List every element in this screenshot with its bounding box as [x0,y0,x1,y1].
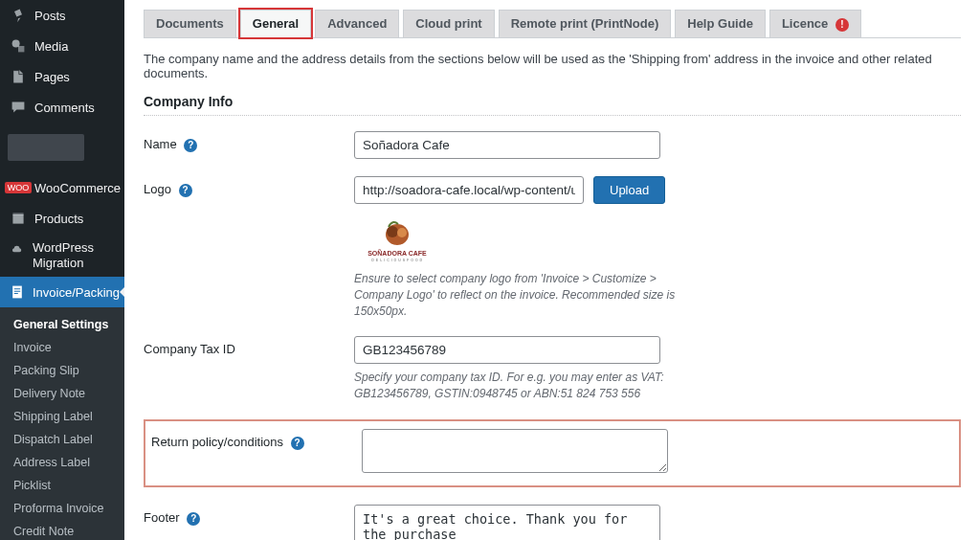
sidebar-item-label: WooCommerce [34,181,121,195]
intro-text: The company name and the address details… [144,52,961,80]
label-tax-id: Company Tax ID [144,336,354,356]
sidebar-item-media[interactable]: Media [0,31,124,61]
sidebar-item-migration[interactable]: WordPress Migration [0,234,124,277]
sidebar-item-label: Comments [34,101,95,115]
sidebar-item-label: Media [34,39,68,54]
sidebar-placeholder [8,134,84,161]
sidebar-submenu: General Settings Invoice Packing Slip De… [0,307,124,540]
tab-label: Licence [782,16,828,31]
tab-help-guide[interactable]: Help Guide [675,10,766,37]
textarea-footer[interactable] [354,505,660,540]
upload-button[interactable]: Upload [593,176,665,204]
submenu-shipping-label[interactable]: Shipping Label [0,405,124,428]
sidebar-item-invoice-packing[interactable]: Invoice/Packing [0,277,124,307]
comment-icon [10,99,27,116]
svg-rect-1 [12,214,23,224]
label-return-policy: Return policy/conditions ? [151,429,362,450]
svg-rect-2 [12,213,23,214]
logo-hint: Ensure to select company logo from 'Invo… [354,271,699,319]
page-icon [10,68,27,85]
input-logo-url[interactable] [354,176,584,204]
woo-icon: WOO [10,179,27,196]
submenu-picklist[interactable]: Picklist [0,474,124,497]
tab-licence[interactable]: Licence ! [769,10,861,37]
submenu-proforma-invoice[interactable]: Proforma Invoice [0,497,124,520]
invoice-icon [10,283,25,301]
help-icon[interactable]: ? [179,184,192,197]
input-tax-id[interactable] [354,336,660,364]
submenu-invoice[interactable]: Invoice [0,336,124,359]
label-footer: Footer ? [144,505,354,526]
help-icon[interactable]: ? [184,139,197,152]
textarea-return-policy[interactable] [362,429,668,473]
row-name: Name ? [144,131,961,159]
settings-tabs: Documents General Advanced Cloud print R… [144,10,961,38]
sidebar-item-label: Posts [34,9,66,23]
migrate-icon [10,240,25,258]
tab-advanced[interactable]: Advanced [315,10,399,37]
sidebar-item-comments[interactable]: Comments [0,92,124,123]
tab-remote-print[interactable]: Remote print (PrintNode) [499,10,672,37]
sidebar-item-label: Products [34,212,83,226]
tab-documents[interactable]: Documents [144,10,236,37]
row-tax-id: Company Tax ID Specify your company tax … [144,336,961,402]
submenu-address-label[interactable]: Address Label [0,451,124,474]
tax-hint: Specify your company tax ID. For e.g. yo… [354,370,699,402]
alert-icon: ! [835,18,849,32]
label-logo: Logo ? [144,176,354,197]
tab-cloud-print[interactable]: Cloud print [403,10,494,37]
sidebar-item-pages[interactable]: Pages [0,61,124,92]
submenu-dispatch-label[interactable]: Dispatch Label [0,428,124,451]
tab-general[interactable]: General [240,10,311,37]
input-company-name[interactable] [354,131,660,159]
svg-text:SOÑADORA CAFE: SOÑADORA CAFE [368,249,427,257]
row-return-policy: Return policy/conditions ? [144,419,961,487]
sidebar-item-products[interactable]: Products [0,203,124,234]
sidebar-item-label: Invoice/Packing [33,285,120,300]
media-icon [10,37,27,55]
row-logo: Logo ? Upload SOÑADORA CAFE D E L I C I … [144,176,961,319]
submenu-credit-note[interactable]: Credit Note [0,520,124,540]
sidebar-item-label: Pages [34,70,70,84]
svg-point-8 [387,226,398,237]
main-content: Documents General Advanced Cloud print R… [124,0,980,540]
label-name: Name ? [144,131,354,152]
sidebar-item-posts[interactable]: Posts [0,0,124,31]
sidebar-item-woocommerce[interactable]: WOO WooCommerce [0,172,124,203]
row-footer: Footer ? Set up a footer which will be u… [144,505,961,540]
sidebar-item-label: WordPress Migration [33,240,117,270]
submenu-delivery-note[interactable]: Delivery Note [0,382,124,405]
submenu-general-settings[interactable]: General Settings [0,313,124,336]
admin-sidebar: Posts Media Pages Comments WOO WooCommer… [0,0,124,540]
help-icon[interactable]: ? [291,437,304,450]
submenu-packing-slip[interactable]: Packing Slip [0,359,124,382]
products-icon [10,210,27,227]
pin-icon [10,7,27,24]
section-title: Company Info [144,94,961,116]
help-icon[interactable]: ? [187,512,200,526]
logo-preview: SOÑADORA CAFE D E L I C I O U S F O O D [354,217,440,265]
svg-point-9 [397,228,407,237]
svg-text:D E L I C I O U S   F O O D: D E L I C I O U S F O O D [371,259,422,262]
